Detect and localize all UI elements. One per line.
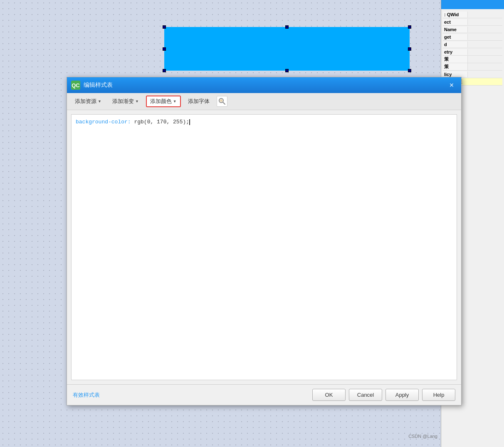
- add-resource-button[interactable]: 添加资源 ▼: [71, 96, 105, 107]
- css-value: rgb(0, 170, 255);: [134, 119, 189, 125]
- panel-label-8: 策: [443, 63, 468, 70]
- dialog-titlebar[interactable]: QC 编辑样式表 ×: [67, 77, 461, 93]
- stylesheet-editor-dialog: QC 编辑样式表 × 添加资源 ▼ 添加渐变 ▼ 添加颜色 ▼ 添加字体: [67, 77, 462, 405]
- add-gradient-arrow: ▼: [135, 99, 139, 103]
- dialog-overlay: QC 编辑样式表 × 添加资源 ▼ 添加渐变 ▼ 添加颜色 ▼ 添加字体: [67, 77, 462, 422]
- add-resource-label: 添加资源: [75, 98, 96, 105]
- handle-top-left[interactable]: [163, 25, 166, 29]
- text-cursor: [189, 119, 190, 125]
- panel-row-2: ect: [443, 18, 502, 26]
- dialog-title: 编辑样式表: [84, 81, 446, 89]
- handle-bottom-right[interactable]: [408, 69, 411, 72]
- blue-rectangle[interactable]: [164, 27, 410, 71]
- css-property: background-color:: [76, 119, 131, 125]
- panel-row-7: 策: [443, 56, 502, 63]
- watermark-text: CSDN @Lang: [408, 434, 437, 439]
- panel-row-5: d: [443, 41, 502, 48]
- dialog-close-button[interactable]: ×: [446, 80, 457, 91]
- canvas-area: [0, 0, 441, 79]
- handle-bottom-left[interactable]: [163, 69, 166, 72]
- panel-label-7: 策: [443, 56, 468, 63]
- panel-row-8: 策: [443, 63, 502, 71]
- svg-line-1: [223, 102, 225, 104]
- css-editor-area[interactable]: background-color: rgb(0, 170, 255);: [71, 114, 457, 380]
- dialog-footer: 有效样式表 OK Cancel Apply Help: [67, 384, 461, 405]
- apply-button[interactable]: Apply: [385, 389, 419, 401]
- search-icon: [218, 98, 226, 105]
- cancel-button[interactable]: Cancel: [349, 389, 382, 401]
- right-panel-header: [441, 0, 504, 9]
- handle-top-right[interactable]: [408, 25, 411, 29]
- add-resource-arrow: ▼: [98, 99, 101, 103]
- panel-label-1: : QWid: [443, 12, 468, 17]
- add-color-arrow: ▼: [173, 99, 177, 103]
- ok-button[interactable]: OK: [312, 389, 346, 401]
- blue-rect-container: [164, 27, 410, 71]
- help-button[interactable]: Help: [422, 389, 455, 401]
- dialog-toolbar: 添加资源 ▼ 添加渐变 ▼ 添加颜色 ▼ 添加字体: [67, 93, 461, 110]
- add-font-label: 添加字体: [188, 98, 210, 105]
- add-color-button[interactable]: 添加颜色 ▼: [146, 96, 181, 107]
- footer-buttons: OK Cancel Apply Help: [312, 389, 455, 401]
- dialog-app-icon: QC: [71, 81, 80, 90]
- watermark: CSDN @Lang: [408, 434, 437, 439]
- panel-label-4: get: [443, 34, 468, 40]
- add-gradient-label: 添加渐变: [112, 98, 134, 105]
- panel-label-2: ect: [443, 19, 468, 25]
- panel-label-6: etry: [443, 49, 468, 55]
- handle-middle-left[interactable]: [163, 47, 166, 51]
- panel-row-1: : QWid: [443, 11, 502, 18]
- right-panel-content: : QWid ect Name get d etry 策 策 licy 水平伸展: [441, 9, 504, 87]
- add-font-button[interactable]: 添加字体: [184, 96, 213, 107]
- panel-row-6: etry: [443, 48, 502, 56]
- handle-middle-right[interactable]: [408, 47, 411, 51]
- panel-label-3: Name: [443, 27, 468, 32]
- add-color-label: 添加颜色: [150, 98, 172, 105]
- handle-bottom-middle[interactable]: [285, 69, 289, 72]
- search-icon-button[interactable]: [217, 96, 227, 107]
- panel-label-5: d: [443, 42, 468, 47]
- add-gradient-button[interactable]: 添加渐变 ▼: [109, 96, 143, 107]
- panel-row-4: get: [443, 33, 502, 41]
- svg-point-2: [220, 99, 222, 102]
- panel-row-3: Name: [443, 26, 502, 33]
- status-label: 有效样式表: [73, 391, 312, 399]
- panel-label-9: licy: [443, 71, 468, 77]
- handle-top-middle[interactable]: [285, 25, 289, 29]
